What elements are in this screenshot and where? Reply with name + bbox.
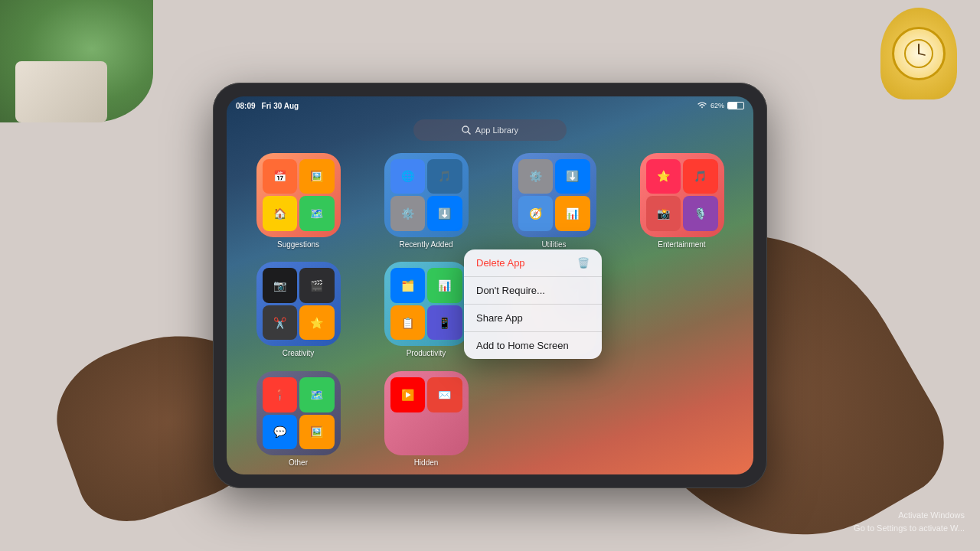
mini-icon-util3: 🧭 xyxy=(518,196,554,231)
mini-icon-prod1: 🗂️ xyxy=(390,268,426,303)
mini-icon-home: 🏠 xyxy=(263,196,298,231)
context-share-label: Share App xyxy=(476,312,523,324)
status-time: 08:09 xyxy=(236,102,256,110)
context-menu-dont-require[interactable]: Don't Require... xyxy=(464,277,602,305)
activate-windows-line2: Go to Settings to activate W... xyxy=(854,522,965,536)
folder-entertainment-inner: ⭐ 🎵 📸 🎙️ xyxy=(640,153,724,237)
mini-icon-chrome: 🌐 xyxy=(390,159,426,194)
status-bar: 08:09 Fri 30 Aug 62% xyxy=(227,96,753,115)
svg-line-4 xyxy=(468,132,470,134)
ipad-frame: 08:09 Fri 30 Aug 62% xyxy=(213,83,767,488)
battery-icon xyxy=(727,102,744,109)
mini-icon-camera: 📷 xyxy=(263,268,298,303)
context-menu: Delete App 🗑️ Don't Require... Share App… xyxy=(464,249,602,359)
folder-entertainment-label: Entertainment xyxy=(658,240,705,249)
mini-icon-youtube: ▶️ xyxy=(390,377,426,412)
folder-recently-added-label: Recently Added xyxy=(399,240,452,249)
mini-icon-video: 🎬 xyxy=(299,268,335,303)
mini-icon-appstore: ⬇️ xyxy=(427,196,462,231)
mini-icon-settings: ⚙️ xyxy=(390,196,426,231)
status-time-date: 08:09 Fri 30 Aug xyxy=(236,102,299,110)
folder-other-label: Other xyxy=(289,458,308,467)
battery-pct-label: 62% xyxy=(710,102,724,109)
trash-icon: 🗑️ xyxy=(577,257,590,269)
status-icons: 62% xyxy=(697,102,744,109)
mini-icon-ent3: 📸 xyxy=(646,196,681,231)
folder-other-inner: 📍 🗺️ 💬 🖼️ xyxy=(256,371,341,455)
search-bar-label: App Library xyxy=(475,126,518,135)
mini-icon-util4: 📊 xyxy=(555,196,590,231)
mini-icon-calendar: 📅 xyxy=(263,159,298,194)
folder-entertainment[interactable]: ⭐ 🎵 📸 🎙️ Entertainment xyxy=(622,148,741,249)
context-dont-require-label: Don't Require... xyxy=(476,285,545,296)
mini-icon-prod3: 📋 xyxy=(390,305,426,341)
context-menu-add-home[interactable]: Add to Home Screen xyxy=(464,332,602,359)
context-menu-delete-app[interactable]: Delete App 🗑️ xyxy=(464,249,602,277)
status-date: Fri 30 Aug xyxy=(262,102,299,110)
mini-icon-util2: ⬇️ xyxy=(555,159,590,194)
context-delete-label: Delete App xyxy=(476,257,525,269)
folder-creativity-inner: 📷 🎬 ✂️ ⭐ xyxy=(256,262,341,346)
folder-suggestions-inner: 📅 🖼️ 🏠 🗺️ xyxy=(256,153,341,237)
mini-icon-prod4: 📱 xyxy=(427,305,462,341)
mini-icon-util1: ⚙️ xyxy=(518,159,554,194)
context-add-home-label: Add to Home Screen xyxy=(476,340,569,351)
folder-utilities-label: Utilities xyxy=(541,240,566,249)
folder-creativity-label: Creativity xyxy=(283,349,315,357)
folder-recently-added-inner: 🌐 🎵 ⚙️ ⬇️ xyxy=(384,153,469,237)
mini-icon-ent1: ⭐ xyxy=(646,159,681,194)
mini-icon-other4: 🖼️ xyxy=(299,415,335,450)
mini-icon-gmail: ✉️ xyxy=(427,377,462,412)
mini-icon-other1: 📍 xyxy=(263,377,298,412)
mini-icon-ent2: 🎵 xyxy=(683,159,718,194)
folder-utilities-inner: ⚙️ ⬇️ 🧭 📊 xyxy=(512,153,596,237)
folder-hidden-inner: ▶️ ✉️ xyxy=(384,371,469,455)
folder-productivity-label: Productivity xyxy=(407,349,446,357)
activate-windows-watermark: Activate Windows Go to Settings to activ… xyxy=(854,509,965,536)
mini-icon-fcpx: ✂️ xyxy=(263,305,298,341)
mini-icon-other3: 💬 xyxy=(263,415,298,450)
svg-line-2 xyxy=(919,54,925,55)
activate-windows-line1: Activate Windows xyxy=(854,509,965,523)
mini-icon-ent4: 🎙️ xyxy=(683,196,718,231)
plant-pot xyxy=(15,61,107,122)
mini-icon-other2: 🗺️ xyxy=(299,377,335,412)
battery-fill xyxy=(728,103,737,109)
folder-suggestions[interactable]: 📅 🖼️ 🏠 🗺️ Suggestions xyxy=(239,148,358,249)
mini-icon-shazam: 🎵 xyxy=(427,159,462,194)
folder-hidden-label: Hidden xyxy=(414,458,439,467)
folder-productivity-inner: 🗂️ 📊 📋 📱 xyxy=(384,262,469,346)
context-menu-share-app[interactable]: Share App xyxy=(464,305,602,332)
clock-decoration xyxy=(880,8,957,99)
wifi-icon xyxy=(697,102,707,109)
folder-utilities[interactable]: ⚙️ ⬇️ 🧭 📊 Utilities xyxy=(495,148,613,249)
folder-other[interactable]: 📍 🗺️ 💬 🖼️ Other xyxy=(239,367,358,467)
app-library-search[interactable]: App Library xyxy=(413,119,567,141)
search-icon xyxy=(462,126,471,135)
folder-creativity[interactable]: 📷 🎬 ✂️ ⭐ Creativity xyxy=(239,258,358,358)
mini-icon-prod2: 📊 xyxy=(427,268,462,303)
folder-suggestions-label: Suggestions xyxy=(277,240,319,249)
clock-face xyxy=(892,27,946,80)
mini-icon-maps: 🗺️ xyxy=(299,196,335,231)
ipad-screen: 08:09 Fri 30 Aug 62% xyxy=(227,96,753,474)
mini-icon-photos: 🖼️ xyxy=(299,159,335,194)
folder-hidden[interactable]: ▶️ ✉️ Hidden xyxy=(367,367,485,467)
folder-recently-added[interactable]: 🌐 🎵 ⚙️ ⬇️ Recently Added xyxy=(367,148,485,249)
mini-icon-star: ⭐ xyxy=(299,305,335,341)
